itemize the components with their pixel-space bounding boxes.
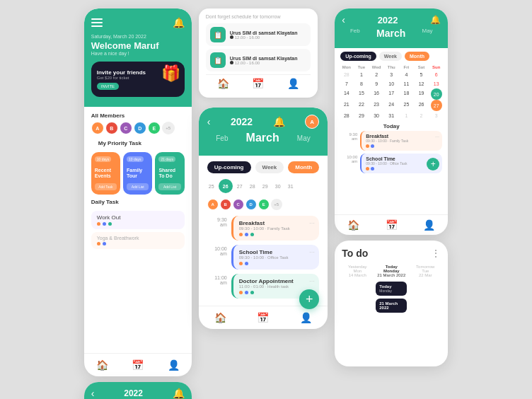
r-date[interactable]: 1 <box>354 70 369 79</box>
cal-prev-btn[interactable]: ‹ <box>207 116 211 127</box>
r-date[interactable]: 22 <box>354 100 369 111</box>
task-card-recent[interactable]: 10 days Recent Events Add Task <box>91 152 120 195</box>
r-date[interactable]: 5 <box>414 70 429 79</box>
dot-c <box>366 167 369 170</box>
week-day-26[interactable]: 26 <box>219 179 233 193</box>
todo-more[interactable]: ⋮ <box>431 248 441 259</box>
nav-calendar[interactable]: 📅 <box>132 359 144 371</box>
r-event-breakfast[interactable]: ⋯ Breakfast 09:30 - 10:00 · Family Task <box>360 131 442 151</box>
r-date[interactable]: 23 <box>369 100 384 111</box>
event-more-1[interactable]: ⋯ <box>309 220 315 226</box>
r-month-may[interactable]: May <box>422 28 433 39</box>
r-date[interactable]: 28 <box>339 70 354 79</box>
event-school[interactable]: ⋯ School Time 09:30 - 10:00 · Office Tas… <box>231 245 320 270</box>
add-task-btn[interactable]: Add Task <box>95 183 117 190</box>
nav-profile-2[interactable]: 👤 <box>287 78 299 89</box>
task-card-family[interactable]: 10 days Family Tour Add List <box>123 152 152 195</box>
r-date[interactable]: 18 <box>399 88 414 100</box>
tomorrow-item-1: 📋 Urus SIM di samsat Klayatan 12.00 - 16… <box>206 23 311 46</box>
r-date[interactable]: 2 <box>414 111 429 120</box>
r-month-march[interactable]: March <box>376 28 405 39</box>
nav-home-2[interactable]: 🏠 <box>217 78 229 89</box>
week-tab-main[interactable]: Week <box>255 161 284 173</box>
r-date[interactable]: 25 <box>399 100 414 111</box>
cal-bell[interactable]: 🔔 <box>273 116 285 127</box>
r-event-school[interactable]: ⋯ School Time 09:30 - 10:00 · Office Tas… <box>360 154 442 173</box>
month-tab-main[interactable]: Month <box>288 161 319 173</box>
r-date[interactable]: 14 <box>339 88 354 100</box>
r-month-tab[interactable]: Month <box>405 52 429 61</box>
r-date[interactable]: 21 <box>339 100 354 111</box>
r-bell[interactable]: 🔔 <box>430 15 441 25</box>
r-date[interactable]: 11 <box>399 79 414 88</box>
r-date[interactable]: 7 <box>339 79 354 88</box>
cal-month-march[interactable]: March <box>246 132 279 144</box>
r-date[interactable]: 16 <box>369 88 384 100</box>
bell-icon[interactable]: 🔔 <box>173 17 185 28</box>
event-breakfast[interactable]: ⋯ Breakfast 09:30 - 10:00 · Family Task <box>231 216 320 241</box>
cal-month-may[interactable]: May <box>297 134 311 142</box>
nav-profile-3[interactable]: 👤 <box>300 312 312 323</box>
add-list-btn[interactable]: Add List <box>127 183 149 190</box>
event-more-2[interactable]: ⋯ <box>309 249 315 255</box>
nav-cal-2[interactable]: 📅 <box>252 78 264 89</box>
r-date[interactable]: 8 <box>354 79 369 88</box>
r-nav-home[interactable]: 🏠 <box>347 219 359 231</box>
nav-home-3[interactable]: 🏠 <box>214 312 226 323</box>
r-date[interactable]: 4 <box>399 70 414 79</box>
r-date[interactable]: 9 <box>369 79 384 88</box>
upcoming-tab-main[interactable]: Up-coming <box>207 161 251 173</box>
r-dh-wed: Wed <box>369 64 384 70</box>
r-date-20[interactable]: 20 <box>431 88 442 100</box>
r-date[interactable]: 3 <box>384 70 399 79</box>
r-date[interactable]: 17 <box>384 88 399 100</box>
r-date[interactable]: 10 <box>384 79 399 88</box>
nav-cal-3[interactable]: 📅 <box>257 312 269 323</box>
r-date[interactable]: 6 <box>429 70 444 79</box>
r-week-tab[interactable]: Week <box>379 52 402 61</box>
task-title: Family Tour <box>127 168 149 180</box>
avatar-more[interactable]: +5 <box>162 122 175 134</box>
avatar[interactable]: E <box>148 122 161 134</box>
invite-button[interactable]: INVITE <box>97 83 119 90</box>
r-date[interactable]: 31 <box>384 111 399 120</box>
nav-profile[interactable]: 👤 <box>168 359 180 371</box>
r-date[interactable]: 26 <box>414 100 429 111</box>
r-date[interactable]: 24 <box>384 100 399 111</box>
r-date[interactable]: 13 <box>429 79 444 88</box>
top-section: 🔔 Saturday, March 20 2022 Welcome Maruf … <box>84 8 192 107</box>
r-event-more-1[interactable]: ⋯ <box>435 134 439 139</box>
nav-home[interactable]: 🏠 <box>96 359 108 371</box>
r-upcoming-tab[interactable]: Up-coming <box>340 52 376 61</box>
avatar[interactable]: B <box>105 122 118 134</box>
r-date[interactable]: 28 <box>339 111 354 120</box>
r-date[interactable]: 19 <box>414 88 429 100</box>
tomorrow-time-1: 12.00 - 16.00 <box>230 35 306 40</box>
member-av-3: C <box>233 199 244 210</box>
r-date[interactable]: 29 <box>354 111 369 120</box>
avatar[interactable]: C <box>120 122 132 134</box>
r-date[interactable]: 1 <box>399 111 414 120</box>
r-date[interactable]: 12 <box>414 79 429 88</box>
r-date[interactable]: 3 <box>429 111 444 120</box>
todo-item-today-2[interactable]: 21 March 2022 <box>376 299 407 313</box>
r-date[interactable]: 2 <box>369 70 384 79</box>
add-list-btn-2[interactable]: Add List <box>158 183 180 190</box>
r-date[interactable]: 15 <box>354 88 369 100</box>
r-nav-cal[interactable]: 📅 <box>386 219 398 231</box>
week-strip: 25 26 27 28 29 30 31 <box>199 179 328 193</box>
r-date[interactable]: 30 <box>369 111 384 120</box>
cal-month-feb[interactable]: Feb <box>216 134 228 142</box>
r-nav-profile[interactable]: 👤 <box>423 219 435 231</box>
avatar[interactable]: A <box>91 122 104 134</box>
event-more-3[interactable]: ⋯ <box>309 278 315 284</box>
avatar[interactable]: D <box>134 122 146 134</box>
mini-bell[interactable]: 🔔 <box>173 388 185 399</box>
task-card-shared[interactable]: 21 days Shared To Do Add List <box>155 152 184 195</box>
menu-icon[interactable] <box>91 18 103 27</box>
middle-column: Dont forget schedule for tomorrow 📋 Urus… <box>199 8 328 329</box>
todo-card: To do ⋮ Yesterday Mon 14 March Today Mon… <box>335 241 448 366</box>
todo-item-today-1[interactable]: Today Monday <box>376 282 407 296</box>
r-month-feb[interactable]: Feb <box>350 28 360 39</box>
r-date-27[interactable]: 27 <box>431 100 442 111</box>
